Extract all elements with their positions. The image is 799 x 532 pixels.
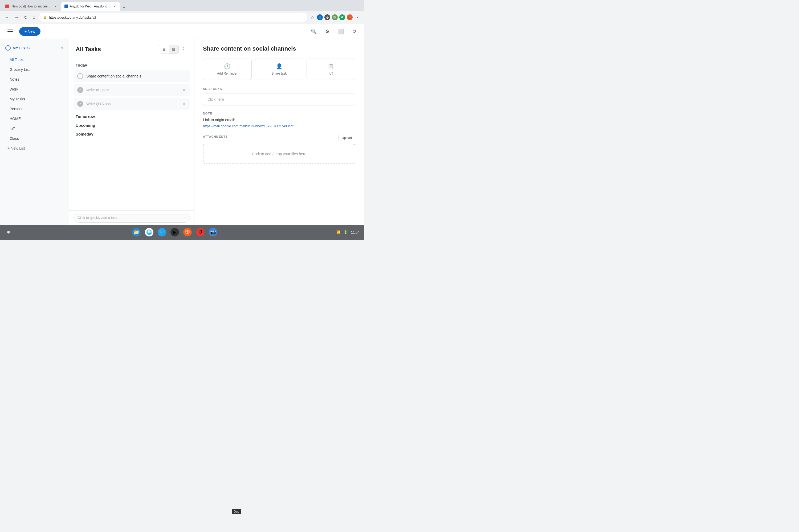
hamburger-line-3 — [7, 33, 13, 33]
sidebar-item-personal[interactable]: Personal — [2, 104, 67, 114]
tab-gmail[interactable]: [New post] How to succeed b... ✕ — [2, 2, 61, 11]
task-delete-2[interactable]: ✕ — [182, 87, 186, 93]
more-button[interactable]: ⋮ — [354, 14, 361, 21]
address-bar[interactable]: 🔒 — [39, 13, 307, 22]
lock-icon: 🔒 — [43, 16, 47, 19]
attachments-section: ATTACHMENTS Upload Click to add / drop y… — [203, 135, 355, 164]
app-header: + New 🔍 ⚙ ⬜ ↺ — [0, 24, 364, 39]
browser-toolbar: ← → ↻ ⌂ 🔒 ☆ 🌐 ◑ 🐘 G 🦁 ⋮ — [0, 11, 364, 24]
task-list-content: Today Share content on social channels W… — [69, 59, 194, 210]
view-toggle-group: ⊞ ⊟ — [159, 45, 179, 54]
taskbar-center: 📁 🌐 🐦 ▶ 🎨 IJ 📷 — [132, 228, 217, 236]
quick-add-bar: Click to quickly add a task... ↑ — [69, 210, 194, 225]
taskbar-time: 11:54 — [351, 230, 360, 234]
bookmark-button[interactable]: ☆ — [309, 14, 315, 21]
notes-label: Notes — [9, 77, 19, 81]
section-someday: Someday — [76, 132, 188, 136]
add-reminder-button[interactable]: 🕐 Add Reminder — [203, 59, 252, 80]
task-item-3[interactable]: Write Q&A post ✕ — [74, 98, 190, 110]
new-tab-button[interactable]: + — [120, 5, 128, 11]
upload-button[interactable]: Upload — [338, 135, 355, 141]
taskbar-battery: 🔋 — [344, 230, 347, 234]
note-label: NOTE — [203, 112, 355, 115]
sidebar-item-work[interactable]: Work — [2, 84, 67, 94]
back-button[interactable]: ← — [3, 13, 11, 21]
taskbar-intellij[interactable]: IJ — [196, 228, 205, 236]
task-list-panel: All Tasks ⊞ ⊟ ⋮ Today Share content on s… — [69, 39, 194, 225]
section-tomorrow: Tomorrow — [76, 114, 188, 119]
home-button[interactable]: ⌂ — [31, 13, 37, 21]
taskbar-files[interactable]: 📁 — [132, 228, 140, 236]
mic-indicator — [7, 231, 10, 233]
task-list-title: All Tasks — [76, 46, 159, 53]
task-text-3: Write Q&A post — [86, 102, 179, 106]
settings-button[interactable]: ⚙ — [323, 26, 331, 37]
taskbar-play[interactable]: ▶ — [170, 228, 179, 236]
task-delete-3[interactable]: ✕ — [182, 101, 186, 107]
detail-title: Share content on social channels — [203, 45, 355, 52]
browser-chrome: [New post] How to succeed b... ✕ Any.do … — [0, 0, 364, 24]
task-checkbox-1[interactable] — [77, 73, 83, 79]
sidebar-item-all-tasks[interactable]: All Tasks — [2, 55, 67, 64]
globe-extension[interactable]: 🌐 — [317, 14, 323, 20]
share-task-button[interactable]: 👤 Share task — [255, 59, 304, 80]
tab-anydo[interactable]: Any.do for Web | Any.do for De... ✕ — [61, 2, 120, 11]
evernote-extension[interactable]: 🐘 — [332, 14, 338, 20]
reload-button[interactable]: ↻ — [22, 13, 29, 22]
view-more-button[interactable]: ⋮ — [179, 44, 188, 54]
view-toggle-list[interactable]: ⊟ — [169, 45, 178, 54]
sidebar-edit-button[interactable]: ✎ — [60, 46, 64, 50]
iot-button[interactable]: 📋 IoT — [307, 59, 355, 80]
url-input[interactable] — [49, 16, 304, 19]
sidebar-item-notes[interactable]: Notes — [2, 75, 67, 84]
task-item-2[interactable]: Write IoT post ✕ — [74, 84, 190, 96]
sidebar-item-iot[interactable]: IoT — [2, 124, 67, 133]
task-checkbox-2[interactable] — [77, 87, 83, 93]
drop-zone[interactable]: Click to add / drop your files here — [203, 144, 355, 164]
quick-add-input[interactable]: Click to quickly add a task... ↑ — [74, 213, 190, 223]
anydo-favicon — [64, 4, 68, 8]
taskbar-twitter[interactable]: 🐦 — [158, 228, 166, 236]
hamburger-button[interactable] — [5, 27, 15, 35]
quick-add-placeholder: Click to quickly add a task... — [77, 216, 120, 220]
section-today: Today — [76, 63, 188, 68]
taskbar-zoom[interactable]: 📷 — [209, 228, 217, 236]
sidebar-item-my-tasks[interactable]: My Tasks — [2, 94, 67, 104]
task-item-1[interactable]: Share content on social channels — [74, 70, 190, 82]
taskbar-wifi: 📶 — [336, 230, 340, 234]
subtask-placeholder: Click here — [208, 97, 224, 101]
my-lists-checkbox[interactable] — [5, 45, 11, 51]
view-toggle-columns[interactable]: ⊞ — [159, 45, 169, 54]
sidebar-item-home[interactable]: HOME — [2, 114, 67, 124]
app-container: + New 🔍 ⚙ ⬜ ↺ MY LISTS ✎ All Tasks Groce… — [0, 24, 364, 225]
new-list-button[interactable]: + New List — [0, 144, 69, 153]
iot-icon: 📋 — [328, 63, 334, 70]
refresh-button[interactable]: ↺ — [350, 26, 359, 37]
hamburger-line-2 — [7, 31, 13, 32]
search-button[interactable]: 🔍 — [309, 26, 319, 37]
tab-gmail-title: [New post] How to succeed b... — [11, 4, 52, 8]
taskbar-pinwheel[interactable]: 🎨 — [183, 228, 192, 236]
grammarly-extension[interactable]: G — [339, 14, 345, 20]
note-section: NOTE Link to origin email: https://mail.… — [203, 112, 355, 128]
sidebar-item-grocery-list[interactable]: Grocery List — [2, 65, 67, 74]
share-icon: 👤 — [276, 63, 283, 70]
forward-button[interactable]: → — [13, 13, 20, 21]
clock-extension[interactable]: ◑ — [324, 14, 330, 20]
clip-button[interactable]: ⬜ — [336, 26, 346, 37]
note-link[interactable]: https://mail.google.com/mail/u/0/#inbox/… — [203, 124, 293, 128]
taskbar-chrome[interactable]: 🌐 — [145, 228, 153, 236]
grocery-list-label: Grocery List — [9, 68, 30, 72]
subtask-input[interactable]: Click here — [203, 93, 355, 106]
sidebar-item-class[interactable]: Class — [2, 134, 67, 143]
task-checkbox-3[interactable] — [77, 101, 83, 107]
brave-extension[interactable]: 🦁 — [347, 14, 353, 20]
task-text-1: Share content on social channels — [86, 74, 186, 78]
subtasks-label: SUB TASKS — [203, 87, 355, 91]
tab-anydo-close[interactable]: ✕ — [112, 4, 117, 8]
taskbar: 📁 🌐 🐦 ▶ 🎨 IJ 📷 📶 🔋 11:54 — [0, 225, 364, 240]
work-label: Work — [9, 87, 18, 91]
tab-gmail-close[interactable]: ✕ — [53, 4, 58, 8]
tab-anydo-title: Any.do for Web | Any.do for De... — [70, 4, 111, 8]
new-task-button[interactable]: + New — [19, 27, 40, 36]
